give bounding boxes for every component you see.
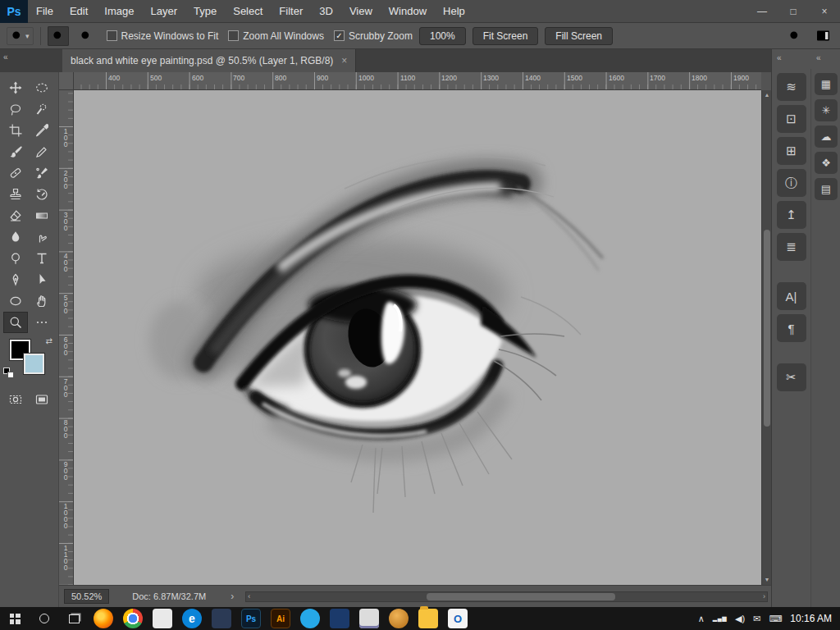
scrubby-zoom-option[interactable]: ✓ Scrubby Zoom xyxy=(334,30,413,42)
zoom-in-button[interactable] xyxy=(48,26,69,46)
keyboard-icon[interactable]: ⌨ xyxy=(769,614,782,624)
lasso-tool[interactable] xyxy=(3,98,28,120)
ruler-corner[interactable] xyxy=(59,72,74,90)
swap-colors-icon[interactable]: ⇄ xyxy=(46,336,52,345)
network-icon[interactable]: ▂▄▆ xyxy=(713,615,727,622)
expand-panels-chevron-icon[interactable]: « xyxy=(816,53,821,62)
workspace-switcher-button[interactable] xyxy=(812,26,833,46)
scroll-right-icon[interactable]: › xyxy=(763,592,765,601)
taskbar-app-notes[interactable] xyxy=(354,607,384,630)
tool-presets-panel-icon[interactable]: ↥ xyxy=(777,201,806,229)
clone-stamp-tool[interactable] xyxy=(3,184,28,205)
restore-button[interactable]: □ xyxy=(778,0,809,22)
taskbar-app-photoshop[interactable]: Ps xyxy=(236,607,266,630)
smudge-tool[interactable] xyxy=(30,226,54,248)
layers-panel-icon[interactable]: ▤ xyxy=(815,178,838,200)
brush-tool[interactable] xyxy=(3,141,28,162)
taskbar-app-dark[interactable] xyxy=(207,607,236,630)
search-button[interactable] xyxy=(784,26,806,46)
document-size-info[interactable]: Doc: 6.87M/32.7M xyxy=(132,591,206,601)
document-tab[interactable]: black and white eye painting.psd @ 50.5%… xyxy=(62,49,356,72)
vertical-ruler[interactable]: 100 200 300 400 500 600 700 800 900 1000… xyxy=(59,90,74,585)
menu-window[interactable]: Window xyxy=(381,0,435,23)
message-icon[interactable]: ✉ xyxy=(753,614,760,624)
swatches-panel-icon[interactable]: ▦ xyxy=(815,73,838,95)
screen-mode-button[interactable] xyxy=(30,389,54,410)
clone-source-panel-icon[interactable]: ⊡ xyxy=(777,105,806,133)
vertical-scrollbar[interactable]: ▲ ▼ xyxy=(761,90,771,585)
info-panel-icon[interactable]: ⓘ xyxy=(777,169,806,197)
expand-panels-chevron-icon[interactable]: « xyxy=(777,53,782,62)
close-button[interactable]: × xyxy=(809,0,840,22)
taskbar-app-documents[interactable] xyxy=(148,607,177,630)
hand-tool[interactable] xyxy=(30,290,54,312)
taskbar-app-chrome[interactable] xyxy=(118,607,148,630)
checkbox-checked[interactable]: ✓ xyxy=(334,30,345,41)
paragraph-styles-panel-icon[interactable]: ≣ xyxy=(777,233,806,261)
pencil-tool[interactable] xyxy=(30,141,54,162)
zoom-tool-selected[interactable] xyxy=(3,312,28,333)
canvas[interactable] xyxy=(74,90,761,585)
navigator-panel-icon[interactable]: ❖ xyxy=(815,152,838,174)
taskbar-app-illustrator[interactable]: Ai xyxy=(266,607,295,630)
paragraph-panel-icon[interactable]: ¶ xyxy=(777,314,806,342)
mixer-brush-tool[interactable] xyxy=(30,162,54,184)
menu-filter[interactable]: Filter xyxy=(271,0,311,23)
more-tools-ellipsis[interactable] xyxy=(30,312,54,333)
quick-mask-button[interactable] xyxy=(3,389,28,410)
zoom-out-button[interactable] xyxy=(75,26,97,46)
zoom-100-button[interactable]: 100% xyxy=(419,27,466,45)
blur-tool[interactable] xyxy=(3,226,28,248)
fill-screen-button[interactable]: Fill Screen xyxy=(545,27,613,45)
path-selection-tool[interactable] xyxy=(30,269,54,290)
menu-file[interactable]: File xyxy=(28,0,62,23)
zoom-level-field[interactable]: 50.52% xyxy=(64,589,109,604)
menu-select[interactable]: Select xyxy=(225,0,271,23)
vertical-scroll-thumb[interactable] xyxy=(764,230,770,427)
scroll-left-icon[interactable]: ‹ xyxy=(248,592,250,601)
volume-icon[interactable]: ◀) xyxy=(735,614,745,624)
eraser-tool[interactable] xyxy=(3,205,28,226)
horizontal-scroll-thumb[interactable] xyxy=(427,593,615,600)
dodge-tool[interactable] xyxy=(3,248,28,269)
task-view-button[interactable] xyxy=(59,607,89,630)
taskbar-app-openoffice[interactable]: O xyxy=(443,607,472,630)
libraries-panel-icon[interactable]: ☁ xyxy=(815,126,838,148)
search-button-taskbar[interactable] xyxy=(30,607,59,630)
tab-close-icon[interactable]: × xyxy=(341,55,347,66)
taskbar-app-shield[interactable] xyxy=(325,607,354,630)
horizontal-scrollbar[interactable]: ‹ › xyxy=(245,591,768,602)
gradient-tool[interactable] xyxy=(30,205,54,226)
menu-edit[interactable]: Edit xyxy=(62,0,96,23)
crop-tool[interactable] xyxy=(3,120,28,141)
history-brush-tool[interactable] xyxy=(30,184,54,205)
taskbar-app-amber[interactable] xyxy=(384,607,413,630)
taskbar-app-skype[interactable] xyxy=(295,607,325,630)
current-tool-zoom[interactable]: ▾ xyxy=(7,27,34,45)
notes-panel-icon[interactable]: ✂ xyxy=(777,363,806,391)
clock[interactable]: 10:16 AM xyxy=(790,613,832,624)
character-panel-icon[interactable]: A| xyxy=(777,282,806,310)
taskbar-app-file-explorer[interactable] xyxy=(413,607,443,630)
default-colors-icon[interactable] xyxy=(3,368,15,379)
adjustments-panel-icon[interactable]: ✳ xyxy=(815,99,838,121)
start-button[interactable] xyxy=(0,607,30,630)
horizontal-ruler[interactable]: 400 500 600 700 800 900 1000 1100 1200 1… xyxy=(74,72,761,90)
elliptical-marquee-tool[interactable] xyxy=(30,77,54,98)
zoom-all-windows-option[interactable]: Zoom All Windows xyxy=(228,30,324,42)
collapse-toolbar-chevron-icon[interactable]: « xyxy=(3,52,8,62)
menu-layer[interactable]: Layer xyxy=(143,0,186,23)
background-color-swatch[interactable] xyxy=(24,354,44,374)
move-tool[interactable] xyxy=(3,77,28,98)
menu-help[interactable]: Help xyxy=(435,0,473,23)
menu-type[interactable]: Type xyxy=(185,0,225,23)
menu-image[interactable]: Image xyxy=(96,0,142,23)
tray-chevron-up-icon[interactable]: ∧ xyxy=(698,614,705,624)
pen-tool[interactable] xyxy=(3,269,28,290)
type-tool[interactable] xyxy=(30,248,54,269)
resize-windows-to-fit-option[interactable]: Resize Windows to Fit xyxy=(107,30,219,42)
ellipse-tool[interactable] xyxy=(3,290,28,312)
quick-selection-tool[interactable] xyxy=(30,98,54,120)
status-menu-chevron-icon[interactable]: › xyxy=(231,591,234,602)
checkbox[interactable] xyxy=(228,30,239,41)
